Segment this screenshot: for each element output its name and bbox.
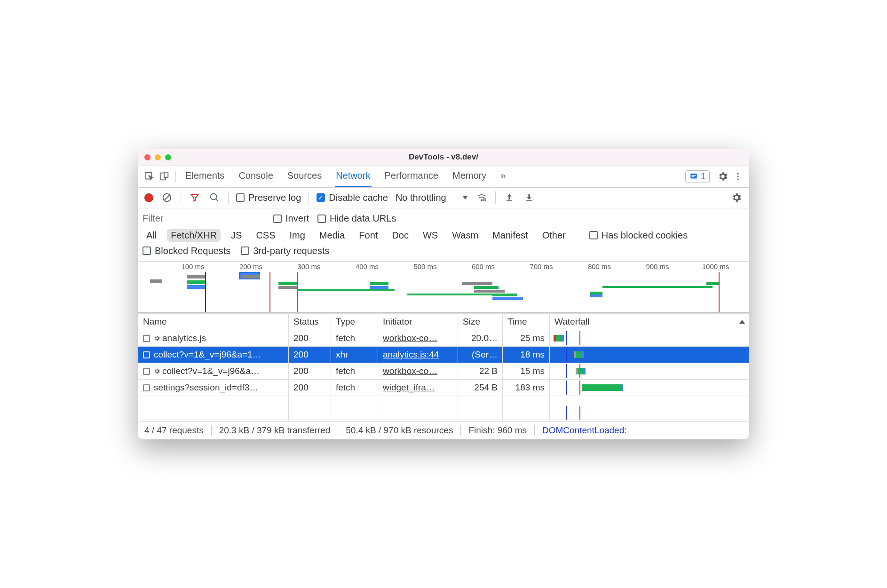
tab-more[interactable]: » <box>499 166 507 187</box>
initiator-link[interactable]: widget_ifra… <box>383 382 435 392</box>
issues-badge[interactable]: 1 <box>685 170 710 183</box>
col-header-type[interactable]: Type <box>331 313 378 330</box>
type-filter-ws[interactable]: WS <box>419 229 442 242</box>
hide-data-urls-checkbox[interactable]: Hide data URLs <box>317 213 396 224</box>
initiator-link[interactable]: analytics.js:44 <box>383 350 439 359</box>
tick-label: 500 ms <box>413 262 436 270</box>
device-toggle-icon[interactable] <box>158 170 171 183</box>
window-minimize-button[interactable] <box>155 154 161 160</box>
kebab-menu-icon[interactable] <box>731 170 744 183</box>
tab-network[interactable]: Network <box>335 166 371 187</box>
col-header-waterfall[interactable]: Waterfall <box>550 313 749 330</box>
row-checkbox[interactable] <box>143 335 150 342</box>
download-har-icon[interactable] <box>523 191 535 204</box>
type-filter-all[interactable]: All <box>143 229 160 242</box>
has-blocked-cookies-checkbox[interactable]: Has blocked cookies <box>589 230 688 241</box>
throttling-select[interactable]: No throttling <box>396 192 468 203</box>
overview-bar <box>590 294 602 297</box>
type-filter-wasm[interactable]: Wasm <box>448 229 482 242</box>
clear-icon[interactable] <box>161 191 173 204</box>
overview-bar <box>370 282 388 285</box>
col-header-status[interactable]: Status <box>289 313 331 330</box>
window-maximize-button[interactable] <box>165 154 171 160</box>
type-filter-js[interactable]: JS <box>227 229 246 242</box>
table-row[interactable]: settings?session_id=df3…200fetchwidget_i… <box>138 379 749 396</box>
request-table: Name Status Type Initiator Size Time Wat… <box>138 313 749 421</box>
row-checkbox[interactable] <box>143 384 150 391</box>
type-filter-doc[interactable]: Doc <box>388 229 412 242</box>
tab-console[interactable]: Console <box>238 166 274 187</box>
panel-settings-gear-icon[interactable] <box>730 191 743 204</box>
blocked-requests-checkbox[interactable]: Blocked Requests <box>143 246 230 256</box>
timeline-overview[interactable]: 100 ms 200 ms 300 ms 400 ms 500 ms 600 m… <box>138 262 749 313</box>
third-party-checkbox[interactable]: 3rd-party requests <box>241 246 329 256</box>
status-transferred: 20.3 kB / 379 kB transferred <box>211 425 338 436</box>
cell-name: collect?v=1&_v=j96&a=1… <box>138 346 289 363</box>
initiator-link[interactable]: workbox-co… <box>383 366 437 376</box>
tab-sources[interactable]: Sources <box>286 166 323 187</box>
request-name: analytics.js <box>162 333 206 343</box>
settings-gear-icon[interactable] <box>716 170 729 183</box>
svg-line-10 <box>165 195 170 200</box>
gear-icon <box>154 335 160 342</box>
table-row[interactable]: analytics.js200fetchworkbox-co…20.0…25 m… <box>138 330 749 346</box>
type-filter-fetch-xhr[interactable]: Fetch/XHR <box>167 229 221 242</box>
type-filter-font[interactable]: Font <box>355 229 381 242</box>
svg-rect-4 <box>691 175 696 176</box>
cell-initiator: widget_ifra… <box>378 379 458 396</box>
marker <box>719 272 720 312</box>
type-filter-css[interactable]: CSS <box>252 229 279 242</box>
checkbox-icon <box>143 246 151 255</box>
type-filter-row-2: Blocked Requests 3rd-party requests <box>138 245 749 262</box>
dcl-marker <box>205 272 206 312</box>
col-header-name[interactable]: Name <box>138 313 289 330</box>
tick-label: 100 ms <box>181 262 204 270</box>
window-close-button[interactable] <box>144 154 150 160</box>
type-filter-other[interactable]: Other <box>539 229 570 242</box>
cell-type: xhr <box>331 346 378 363</box>
divider <box>543 191 543 204</box>
type-filter-img[interactable]: Img <box>286 229 309 242</box>
chevron-down-icon <box>462 196 468 199</box>
disable-cache-checkbox[interactable]: ✓ Disable cache <box>317 192 388 203</box>
col-header-initiator[interactable]: Initiator <box>378 313 458 330</box>
divider <box>175 171 176 182</box>
cell-name: settings?session_id=df3… <box>138 379 289 396</box>
type-filter-manifest[interactable]: Manifest <box>489 229 532 242</box>
upload-har-icon[interactable] <box>503 191 515 204</box>
col-header-time[interactable]: Time <box>503 313 550 330</box>
request-name: collect?v=1&_v=j96&a… <box>162 366 260 376</box>
has-blocked-cookies-label: Has blocked cookies <box>602 230 688 241</box>
initiator-link[interactable]: workbox-co… <box>383 333 437 343</box>
tab-elements[interactable]: Elements <box>184 166 225 187</box>
invert-checkbox[interactable]: Invert <box>273 213 309 224</box>
overview-bar <box>370 286 388 289</box>
col-header-size[interactable]: Size <box>458 313 503 330</box>
row-checkbox[interactable] <box>143 368 150 375</box>
tab-performance[interactable]: Performance <box>384 166 440 187</box>
svg-point-13 <box>481 199 482 201</box>
type-filter-media[interactable]: Media <box>316 229 348 242</box>
search-icon[interactable] <box>208 191 221 204</box>
filter-funnel-icon[interactable] <box>189 191 201 204</box>
inspect-icon[interactable] <box>143 170 156 183</box>
cell-size: 254 B <box>458 379 503 396</box>
divider <box>228 191 229 204</box>
preserve-log-checkbox[interactable]: Preserve log <box>236 192 301 203</box>
svg-rect-5 <box>691 176 694 177</box>
table-row[interactable]: collect?v=1&_v=j96&a…200fetchworkbox-co…… <box>138 363 749 379</box>
panel-tabs: Elements Console Sources Network Perform… <box>184 166 507 187</box>
record-button[interactable] <box>144 193 153 202</box>
cell-time: 18 ms <box>503 346 550 363</box>
filter-input[interactable] <box>138 211 265 226</box>
network-conditions-icon[interactable] <box>475 191 488 204</box>
row-checkbox[interactable] <box>143 351 150 358</box>
overview-bar <box>278 286 297 289</box>
cell-time: 15 ms <box>503 363 550 379</box>
table-row[interactable]: collect?v=1&_v=j96&a=1…200xhranalytics.j… <box>138 346 749 363</box>
type-filter-row: All Fetch/XHR JS CSS Img Media Font Doc … <box>138 226 749 245</box>
issues-count: 1 <box>701 172 705 182</box>
preserve-log-label: Preserve log <box>248 192 301 203</box>
overview-body <box>138 272 749 312</box>
tab-memory[interactable]: Memory <box>451 166 487 187</box>
